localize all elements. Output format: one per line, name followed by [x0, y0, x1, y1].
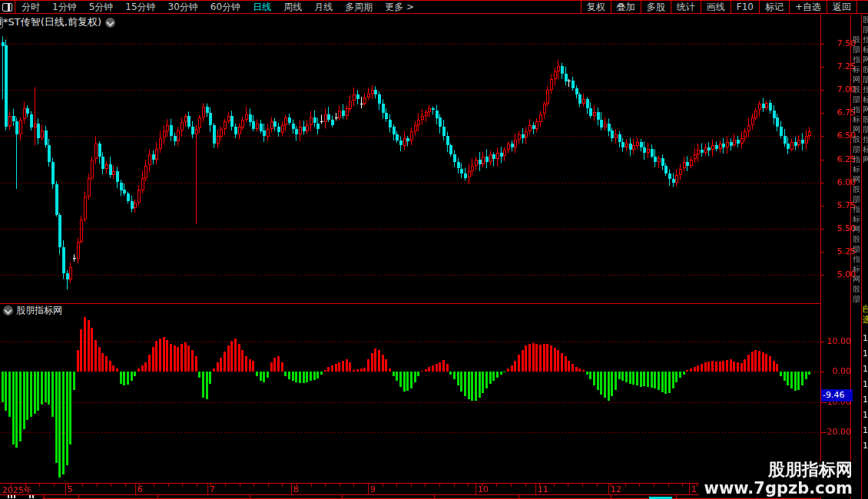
week-tick: [125, 484, 126, 487]
row-number: 1: [863, 362, 868, 377]
cutoff-divider: [78, 495, 79, 499]
menu-item-多周期[interactable]: 多周期: [339, 1, 379, 13]
menu-item-日线[interactable]: 日线: [247, 1, 277, 13]
menu-item-更多 >[interactable]: 更多 >: [379, 1, 420, 13]
xaxis-bottom-border: [0, 494, 820, 495]
month-tick: [291, 484, 292, 494]
week-tick: [282, 484, 283, 487]
toolbar-button-叠加[interactable]: 叠加: [611, 1, 641, 13]
menu-item-分时[interactable]: 分时: [15, 1, 46, 13]
week-tick: [496, 484, 497, 487]
week-tick: [297, 484, 297, 487]
cutoff-divider: [44, 495, 45, 499]
site-watermark: 股朋指标网 www.7gpzb.com: [699, 461, 853, 497]
vertical-text-column[interactable]: 股朋指标网股朋指标网股朋指标网股朋指标网股朋指标网股朋: [852, 35, 861, 305]
month-tick: [535, 484, 536, 494]
cutoff-divider: [518, 495, 519, 499]
week-tick: [411, 484, 412, 487]
vertical-text-column[interactable]: 股朋指标网股朋指标网股朋指标网: [862, 15, 868, 302]
week-tick: [253, 484, 254, 487]
menu-item-月线[interactable]: 月线: [308, 1, 339, 13]
row-number: 1: [863, 331, 868, 346]
week-tick: [697, 484, 697, 487]
menu-item-5分钟[interactable]: 5分钟: [83, 1, 120, 13]
chart-title: *ST传智(日线,前复权): [3, 15, 101, 29]
chart-titlebar: *ST传智(日线,前复权): [0, 15, 820, 30]
cutoff-divider: [676, 495, 677, 499]
window-layout-button[interactable]: [0, 1, 15, 13]
week-tick: [668, 484, 669, 487]
menu-item-30分钟[interactable]: 30分钟: [162, 1, 204, 13]
month-tick: [135, 484, 136, 494]
cutoff-divider: [250, 495, 250, 499]
panel-divider: [0, 303, 820, 304]
week-tick: [425, 484, 426, 487]
toolbar-button-F10[interactable]: F10: [731, 1, 759, 13]
week-tick: [439, 484, 440, 487]
week-tick: [197, 484, 197, 487]
week-tick: [325, 484, 326, 487]
week-tick: [11, 484, 12, 487]
cutoff-divider: [611, 495, 611, 499]
chevron-down-icon[interactable]: [3, 306, 13, 316]
toolbar-button-多股[interactable]: 多股: [641, 1, 671, 13]
toolbar-button-统计[interactable]: 统计: [671, 1, 701, 13]
week-tick: [39, 484, 40, 487]
chevron-down-icon[interactable]: [105, 18, 115, 28]
week-tick: [383, 484, 383, 487]
week-tick: [240, 484, 240, 487]
menu-item-15分钟[interactable]: 15分钟: [119, 1, 161, 13]
row-number: 1: [863, 408, 868, 423]
indicator-title: 股朋指标网: [16, 304, 62, 317]
month-tick: [207, 484, 208, 494]
week-tick: [582, 484, 583, 487]
cutoff-divider: [434, 495, 435, 499]
toolbar-button-标记[interactable]: 标记: [759, 1, 789, 13]
menu-item-周线[interactable]: 周线: [277, 1, 308, 13]
cutoff-divider: [342, 495, 343, 499]
toolbar-button-+自选[interactable]: +自选: [789, 1, 827, 13]
month-tick: [689, 484, 690, 494]
week-tick: [25, 484, 26, 487]
split-view-icon: [2, 3, 12, 12]
week-tick: [82, 484, 83, 487]
watermark-site-name: 股朋指标网: [704, 461, 853, 479]
period-menu: 分时1分钟5分钟15分钟30分钟60分钟日线周线月线多周期更多 >: [15, 1, 420, 13]
current-value-badge: -9.46: [821, 389, 853, 402]
candlestick-chart[interactable]: [0, 31, 820, 304]
week-tick: [454, 484, 455, 487]
week-tick: [482, 484, 483, 487]
month-label-12: 12: [611, 484, 621, 494]
week-tick: [682, 484, 683, 487]
toolbar-button-复权[interactable]: 复权: [581, 1, 611, 13]
week-tick: [611, 484, 611, 487]
week-tick: [340, 484, 340, 487]
panel-toggle-icon[interactable]: [0, 17, 3, 28]
cutoff-tick: [8, 495, 9, 498]
toolbar-button-画线[interactable]: 画线: [701, 1, 731, 13]
menu-item-1分钟[interactable]: 1分钟: [46, 1, 83, 13]
toolbar-button-返回[interactable]: 返回: [827, 1, 857, 13]
cutoff-tick: [29, 495, 31, 498]
month-label-1: 1: [691, 484, 697, 494]
week-tick: [568, 484, 568, 487]
week-tick: [525, 484, 526, 487]
week-tick: [154, 484, 154, 487]
menu-item-60分钟[interactable]: 60分钟: [204, 1, 247, 13]
indicator-chart[interactable]: [0, 316, 820, 484]
row-number: 1: [863, 438, 868, 454]
watermark-url: www.7gpzb.com: [704, 479, 853, 497]
week-tick: [97, 484, 98, 487]
indicator-header: 股朋指标网: [0, 305, 62, 316]
month-label-9: 9: [370, 484, 376, 494]
month-tick: [475, 484, 476, 494]
watchlist-tab[interactable]: 自选: [862, 304, 868, 326]
cutoff-tick: [32, 495, 34, 498]
week-tick: [353, 484, 354, 487]
week-tick: [539, 484, 540, 487]
week-tick: [511, 484, 512, 487]
date-axis: 2025年 567891011121: [0, 484, 820, 494]
axis-divider: [820, 15, 821, 499]
right-edge-panel: 股朋指标网股朋指标网股朋指标网股朋指标网股朋指标网股朋 股朋指标网股朋指标网股朋…: [851, 15, 868, 499]
row-number: 1: [863, 377, 868, 392]
